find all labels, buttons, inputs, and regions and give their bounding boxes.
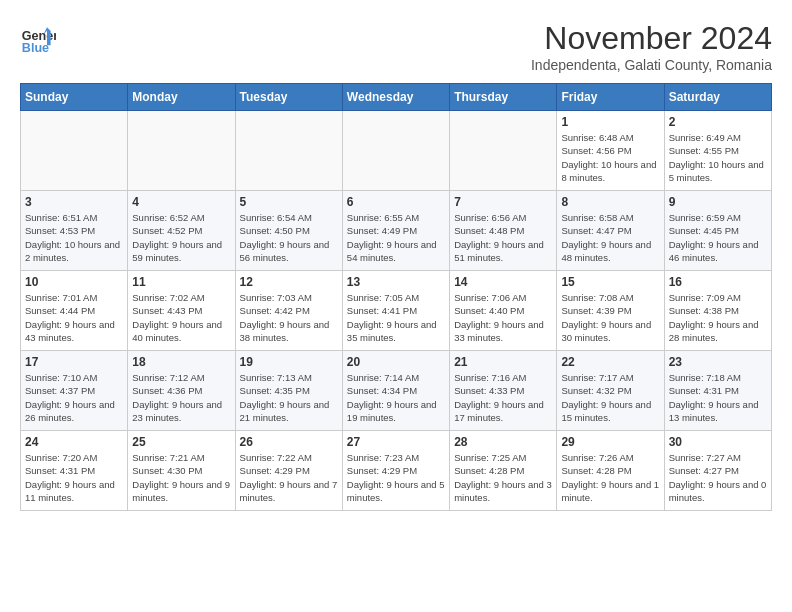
day-info: Sunrise: 6:59 AM Sunset: 4:45 PM Dayligh… [669, 211, 767, 264]
day-info: Sunrise: 7:23 AM Sunset: 4:29 PM Dayligh… [347, 451, 445, 504]
day-number: 26 [240, 435, 338, 449]
day-number: 20 [347, 355, 445, 369]
calendar-cell: 11Sunrise: 7:02 AM Sunset: 4:43 PM Dayli… [128, 271, 235, 351]
day-info: Sunrise: 7:27 AM Sunset: 4:27 PM Dayligh… [669, 451, 767, 504]
calendar-cell [128, 111, 235, 191]
day-info: Sunrise: 7:25 AM Sunset: 4:28 PM Dayligh… [454, 451, 552, 504]
month-title: November 2024 [531, 20, 772, 57]
week-row-4: 17Sunrise: 7:10 AM Sunset: 4:37 PM Dayli… [21, 351, 772, 431]
svg-text:Blue: Blue [22, 41, 49, 55]
day-info: Sunrise: 7:06 AM Sunset: 4:40 PM Dayligh… [454, 291, 552, 344]
day-info: Sunrise: 6:48 AM Sunset: 4:56 PM Dayligh… [561, 131, 659, 184]
calendar-cell: 17Sunrise: 7:10 AM Sunset: 4:37 PM Dayli… [21, 351, 128, 431]
day-info: Sunrise: 7:26 AM Sunset: 4:28 PM Dayligh… [561, 451, 659, 504]
calendar-cell: 3Sunrise: 6:51 AM Sunset: 4:53 PM Daylig… [21, 191, 128, 271]
day-number: 28 [454, 435, 552, 449]
calendar-cell: 1Sunrise: 6:48 AM Sunset: 4:56 PM Daylig… [557, 111, 664, 191]
page-header: General Blue November 2024 Independenta,… [20, 20, 772, 73]
day-number: 27 [347, 435, 445, 449]
calendar-cell: 25Sunrise: 7:21 AM Sunset: 4:30 PM Dayli… [128, 431, 235, 511]
day-number: 15 [561, 275, 659, 289]
day-number: 22 [561, 355, 659, 369]
day-info: Sunrise: 7:22 AM Sunset: 4:29 PM Dayligh… [240, 451, 338, 504]
column-header-wednesday: Wednesday [342, 84, 449, 111]
day-info: Sunrise: 6:58 AM Sunset: 4:47 PM Dayligh… [561, 211, 659, 264]
day-info: Sunrise: 7:13 AM Sunset: 4:35 PM Dayligh… [240, 371, 338, 424]
calendar-cell: 19Sunrise: 7:13 AM Sunset: 4:35 PM Dayli… [235, 351, 342, 431]
calendar-table: SundayMondayTuesdayWednesdayThursdayFrid… [20, 83, 772, 511]
calendar-cell: 27Sunrise: 7:23 AM Sunset: 4:29 PM Dayli… [342, 431, 449, 511]
logo-icon: General Blue [20, 20, 56, 56]
calendar-cell: 7Sunrise: 6:56 AM Sunset: 4:48 PM Daylig… [450, 191, 557, 271]
day-number: 14 [454, 275, 552, 289]
calendar-cell [235, 111, 342, 191]
day-number: 24 [25, 435, 123, 449]
day-number: 4 [132, 195, 230, 209]
calendar-cell: 4Sunrise: 6:52 AM Sunset: 4:52 PM Daylig… [128, 191, 235, 271]
day-number: 2 [669, 115, 767, 129]
calendar-cell: 9Sunrise: 6:59 AM Sunset: 4:45 PM Daylig… [664, 191, 771, 271]
calendar-cell: 23Sunrise: 7:18 AM Sunset: 4:31 PM Dayli… [664, 351, 771, 431]
calendar-cell: 15Sunrise: 7:08 AM Sunset: 4:39 PM Dayli… [557, 271, 664, 351]
column-header-saturday: Saturday [664, 84, 771, 111]
calendar-cell: 12Sunrise: 7:03 AM Sunset: 4:42 PM Dayli… [235, 271, 342, 351]
day-number: 10 [25, 275, 123, 289]
column-header-friday: Friday [557, 84, 664, 111]
day-number: 30 [669, 435, 767, 449]
day-number: 1 [561, 115, 659, 129]
calendar-cell [21, 111, 128, 191]
column-header-thursday: Thursday [450, 84, 557, 111]
day-number: 7 [454, 195, 552, 209]
column-header-monday: Monday [128, 84, 235, 111]
day-info: Sunrise: 7:18 AM Sunset: 4:31 PM Dayligh… [669, 371, 767, 424]
calendar-cell: 13Sunrise: 7:05 AM Sunset: 4:41 PM Dayli… [342, 271, 449, 351]
day-info: Sunrise: 6:49 AM Sunset: 4:55 PM Dayligh… [669, 131, 767, 184]
column-header-tuesday: Tuesday [235, 84, 342, 111]
day-info: Sunrise: 6:54 AM Sunset: 4:50 PM Dayligh… [240, 211, 338, 264]
calendar-cell: 16Sunrise: 7:09 AM Sunset: 4:38 PM Dayli… [664, 271, 771, 351]
day-info: Sunrise: 7:03 AM Sunset: 4:42 PM Dayligh… [240, 291, 338, 344]
calendar-cell: 21Sunrise: 7:16 AM Sunset: 4:33 PM Dayli… [450, 351, 557, 431]
calendar-cell: 24Sunrise: 7:20 AM Sunset: 4:31 PM Dayli… [21, 431, 128, 511]
calendar-cell: 29Sunrise: 7:26 AM Sunset: 4:28 PM Dayli… [557, 431, 664, 511]
day-number: 3 [25, 195, 123, 209]
calendar-cell: 8Sunrise: 6:58 AM Sunset: 4:47 PM Daylig… [557, 191, 664, 271]
day-number: 19 [240, 355, 338, 369]
calendar-cell: 20Sunrise: 7:14 AM Sunset: 4:34 PM Dayli… [342, 351, 449, 431]
day-info: Sunrise: 6:51 AM Sunset: 4:53 PM Dayligh… [25, 211, 123, 264]
column-header-sunday: Sunday [21, 84, 128, 111]
day-number: 25 [132, 435, 230, 449]
calendar-cell [342, 111, 449, 191]
day-number: 23 [669, 355, 767, 369]
calendar-cell: 2Sunrise: 6:49 AM Sunset: 4:55 PM Daylig… [664, 111, 771, 191]
calendar-cell [450, 111, 557, 191]
calendar-cell: 14Sunrise: 7:06 AM Sunset: 4:40 PM Dayli… [450, 271, 557, 351]
calendar-cell: 5Sunrise: 6:54 AM Sunset: 4:50 PM Daylig… [235, 191, 342, 271]
day-info: Sunrise: 7:09 AM Sunset: 4:38 PM Dayligh… [669, 291, 767, 344]
day-info: Sunrise: 7:16 AM Sunset: 4:33 PM Dayligh… [454, 371, 552, 424]
day-info: Sunrise: 6:56 AM Sunset: 4:48 PM Dayligh… [454, 211, 552, 264]
day-info: Sunrise: 7:02 AM Sunset: 4:43 PM Dayligh… [132, 291, 230, 344]
day-number: 8 [561, 195, 659, 209]
calendar-cell: 26Sunrise: 7:22 AM Sunset: 4:29 PM Dayli… [235, 431, 342, 511]
day-number: 21 [454, 355, 552, 369]
day-number: 29 [561, 435, 659, 449]
day-number: 9 [669, 195, 767, 209]
title-block: November 2024 Independenta, Galati Count… [531, 20, 772, 73]
day-number: 17 [25, 355, 123, 369]
day-info: Sunrise: 7:01 AM Sunset: 4:44 PM Dayligh… [25, 291, 123, 344]
day-info: Sunrise: 7:10 AM Sunset: 4:37 PM Dayligh… [25, 371, 123, 424]
day-number: 11 [132, 275, 230, 289]
day-number: 18 [132, 355, 230, 369]
day-info: Sunrise: 6:55 AM Sunset: 4:49 PM Dayligh… [347, 211, 445, 264]
week-row-3: 10Sunrise: 7:01 AM Sunset: 4:44 PM Dayli… [21, 271, 772, 351]
calendar-cell: 10Sunrise: 7:01 AM Sunset: 4:44 PM Dayli… [21, 271, 128, 351]
calendar-cell: 22Sunrise: 7:17 AM Sunset: 4:32 PM Dayli… [557, 351, 664, 431]
day-number: 16 [669, 275, 767, 289]
day-info: Sunrise: 7:08 AM Sunset: 4:39 PM Dayligh… [561, 291, 659, 344]
day-info: Sunrise: 7:05 AM Sunset: 4:41 PM Dayligh… [347, 291, 445, 344]
calendar-cell: 6Sunrise: 6:55 AM Sunset: 4:49 PM Daylig… [342, 191, 449, 271]
calendar-header: SundayMondayTuesdayWednesdayThursdayFrid… [21, 84, 772, 111]
day-number: 12 [240, 275, 338, 289]
day-info: Sunrise: 7:17 AM Sunset: 4:32 PM Dayligh… [561, 371, 659, 424]
